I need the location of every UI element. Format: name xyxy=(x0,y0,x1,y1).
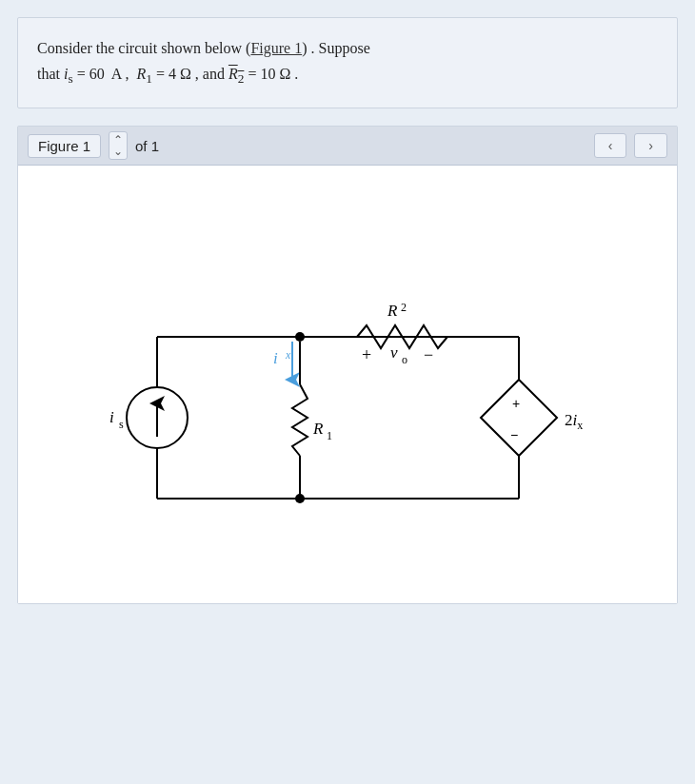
svg-text:+: + xyxy=(512,396,520,411)
svg-text:R: R xyxy=(387,302,398,320)
svg-text:v: v xyxy=(390,343,398,362)
svg-text:i: i xyxy=(109,408,114,426)
nav-prev-button[interactable]: ‹ xyxy=(594,133,627,158)
problem-line1: Consider the circuit shown below (Figure… xyxy=(37,40,370,56)
R1-sub: 1 xyxy=(146,71,152,86)
figure-of: of 1 xyxy=(135,138,159,154)
circuit-diagram: i s i x R 1 xyxy=(81,194,614,575)
svg-text:o: o xyxy=(402,353,407,366)
is-sub: s xyxy=(68,71,72,86)
figure-link[interactable]: Figure 1 xyxy=(250,40,302,56)
problem-box: Consider the circuit shown below (Figure… xyxy=(17,17,678,108)
svg-marker-28 xyxy=(481,380,557,456)
svg-text:s: s xyxy=(119,418,124,431)
nav-next-button[interactable]: › xyxy=(634,133,667,158)
svg-text:R: R xyxy=(312,420,324,438)
figure-label: Figure 1 xyxy=(28,134,101,158)
svg-text:2ix: 2ix xyxy=(565,411,583,432)
figure-canvas: i s i x R 1 xyxy=(18,166,677,603)
svg-text:−: − xyxy=(424,345,433,364)
R1-variable: R xyxy=(136,66,146,82)
figure-panel: Figure 1 ⌃⌄ of 1 ‹ › xyxy=(17,126,678,604)
R2-variable-overline: R2 xyxy=(228,66,244,82)
svg-text:+: + xyxy=(362,345,371,364)
svg-text:1: 1 xyxy=(327,429,332,442)
svg-text:x: x xyxy=(285,348,291,362)
problem-line2: that is = 60 A , R1 = 4 Ω , and R2 = 10 … xyxy=(37,66,298,82)
selector-arrows: ⌃⌄ xyxy=(113,134,123,157)
figure-selector[interactable]: ⌃⌄ xyxy=(109,131,128,160)
problem-text: Consider the circuit shown below (Figure… xyxy=(37,35,658,90)
svg-text:−: − xyxy=(510,427,518,442)
svg-text:i: i xyxy=(273,349,278,367)
svg-text:2: 2 xyxy=(401,301,407,314)
figure-toolbar: Figure 1 ⌃⌄ of 1 ‹ › xyxy=(18,127,677,166)
